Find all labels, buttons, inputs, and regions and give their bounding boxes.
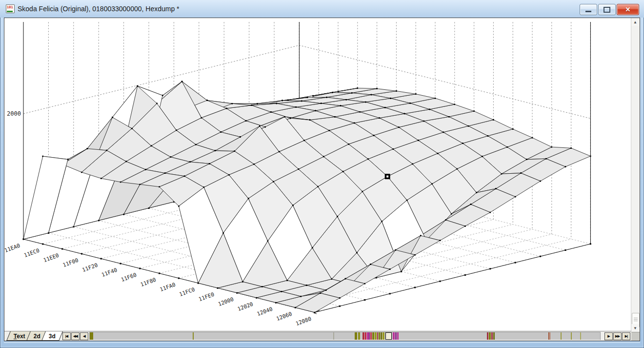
svg-text:12000: 12000 bbox=[217, 296, 235, 308]
scroll-down-arrow-icon[interactable]: ▼ bbox=[631, 324, 639, 332]
nav-buttons-left: |◀ ◀◀ ◀ bbox=[59, 331, 89, 341]
file-overview-strip[interactable] bbox=[89, 332, 601, 340]
title-bar[interactable]: 101 Skoda Felicia (Original), 0180033000… bbox=[0, 0, 644, 18]
minimize-button[interactable] bbox=[580, 4, 597, 15]
overview-map-segment[interactable] bbox=[90, 332, 93, 340]
window-bottom-edge bbox=[4, 342, 640, 343]
overview-map-segment[interactable] bbox=[571, 332, 572, 340]
overview-map-segment[interactable] bbox=[550, 332, 550, 340]
svg-text:11F80: 11F80 bbox=[140, 277, 157, 288]
overview-map-segment[interactable] bbox=[369, 332, 370, 340]
overview-map-segment[interactable] bbox=[487, 332, 488, 340]
selected-cell-marker[interactable] bbox=[385, 174, 390, 179]
go-back-button[interactable]: ◀ bbox=[80, 332, 88, 340]
overview-map-segment[interactable] bbox=[193, 332, 194, 340]
svg-text:11EE0: 11EE0 bbox=[42, 252, 60, 264]
overview-map-segment[interactable] bbox=[382, 332, 384, 340]
overview-map-segment[interactable] bbox=[372, 332, 374, 340]
overview-map-segment[interactable] bbox=[375, 332, 377, 340]
overview-map-segment[interactable] bbox=[395, 332, 397, 340]
svg-text:12060: 12060 bbox=[276, 311, 293, 323]
nav-buttons-right: ▶ ▶▶ ▶| bbox=[601, 331, 631, 341]
tab-3d[interactable]: 3d bbox=[41, 331, 63, 341]
thumb-grip-icon bbox=[634, 318, 638, 322]
overview-map-segment[interactable] bbox=[379, 332, 380, 340]
go-fast-forward-button[interactable]: ▶▶ bbox=[613, 332, 622, 340]
view-tabs: Text 2d 3d bbox=[4, 331, 59, 341]
go-first-button[interactable]: |◀ bbox=[62, 332, 71, 340]
overview-map-segment[interactable] bbox=[381, 332, 382, 340]
scroll-up-arrow-icon[interactable]: ▲ bbox=[631, 18, 639, 26]
overview-map-segment[interactable] bbox=[362, 332, 364, 340]
svg-text:12020: 12020 bbox=[237, 301, 254, 313]
overview-map-segment[interactable] bbox=[397, 332, 399, 340]
hexdump-icon: 101 bbox=[6, 4, 15, 13]
svg-text:11EA0: 11EA0 bbox=[4, 243, 21, 254]
svg-text:11FE0: 11FE0 bbox=[198, 291, 215, 303]
overview-map-segment[interactable] bbox=[580, 332, 581, 340]
maximize-icon bbox=[604, 7, 610, 13]
overview-map-segment[interactable] bbox=[370, 332, 372, 340]
svg-text:2000: 2000 bbox=[7, 110, 21, 117]
overview-map-segment[interactable] bbox=[358, 332, 360, 340]
go-fast-back-button[interactable]: ◀◀ bbox=[71, 332, 80, 340]
overview-map-segment[interactable] bbox=[393, 332, 395, 340]
hexdump-client-area: 11EA011EC011EE011F0011F2011F4011F6011F80… bbox=[4, 18, 640, 341]
size-grip[interactable] bbox=[631, 332, 640, 341]
close-button[interactable]: ✕ bbox=[617, 4, 639, 15]
svg-text:12080: 12080 bbox=[295, 316, 312, 328]
svg-text:11EC0: 11EC0 bbox=[23, 247, 40, 259]
svg-text:11F20: 11F20 bbox=[81, 262, 99, 274]
overview-map-segment[interactable] bbox=[493, 332, 495, 340]
svg-text:11F60: 11F60 bbox=[120, 272, 138, 284]
svg-text:11F00: 11F00 bbox=[62, 257, 80, 269]
svg-text:11F40: 11F40 bbox=[101, 267, 118, 279]
vertical-scrollbar[interactable]: ▲ ▼ bbox=[631, 18, 640, 341]
svg-text:11FC0: 11FC0 bbox=[179, 287, 196, 298]
overview-map-segment[interactable] bbox=[561, 332, 562, 340]
surface-svg[interactable]: 11EA011EC011EE011F0011F2011F4011F6011F80… bbox=[4, 18, 631, 331]
3d-surface-chart[interactable]: 11EA011EC011EE011F0011F2011F4011F6011F80… bbox=[4, 18, 631, 331]
go-forward-button[interactable]: ▶ bbox=[604, 332, 613, 340]
surface-mesh[interactable] bbox=[23, 81, 591, 313]
overview-map-segment[interactable] bbox=[365, 332, 366, 340]
close-icon: ✕ bbox=[625, 6, 631, 13]
overview-position-cursor[interactable] bbox=[385, 332, 392, 340]
overview-map-segment[interactable] bbox=[548, 332, 549, 340]
window-title: Skoda Felicia (Original), 0180033000000,… bbox=[18, 5, 180, 13]
overview-map-segment[interactable] bbox=[333, 332, 334, 340]
overview-map-segment[interactable] bbox=[489, 332, 491, 340]
overview-map-segment[interactable] bbox=[491, 332, 493, 340]
view-bottom-bar: Text 2d 3d |◀ ◀◀ ◀ ▶ ▶▶ ▶| bbox=[4, 331, 631, 341]
overview-map-segment[interactable] bbox=[377, 332, 378, 340]
svg-text:12040: 12040 bbox=[256, 306, 274, 318]
overview-map-segment[interactable] bbox=[355, 332, 357, 340]
app-window: 101 Skoda Felicia (Original), 0180033000… bbox=[0, 0, 644, 348]
svg-text:11FA0: 11FA0 bbox=[159, 282, 177, 293]
maximize-button[interactable] bbox=[598, 4, 616, 15]
minimize-icon bbox=[585, 11, 591, 12]
go-last-button[interactable]: ▶| bbox=[622, 332, 630, 340]
